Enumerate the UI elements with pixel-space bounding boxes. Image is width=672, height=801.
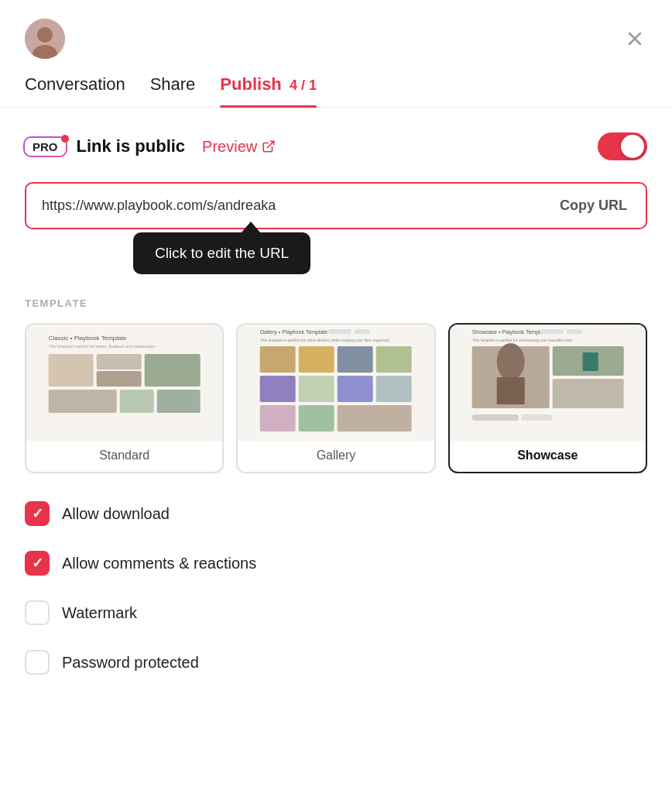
toggle[interactable]	[598, 132, 647, 160]
url-input[interactable]	[26, 184, 541, 228]
svg-rect-35	[566, 329, 581, 334]
svg-rect-28	[376, 376, 412, 402]
svg-line-5	[268, 141, 274, 147]
header	[0, 0, 672, 59]
svg-rect-15	[157, 390, 201, 413]
password-label: Password protected	[62, 654, 199, 672]
avatar	[25, 19, 65, 59]
close-button[interactable]	[622, 26, 647, 51]
template-standard[interactable]: Classic • Playbook Template This templat…	[25, 323, 224, 473]
svg-text:This template is perfect for c: This template is perfect for client deli…	[260, 338, 390, 342]
svg-rect-24	[376, 346, 412, 373]
template-standard-label: Standard	[26, 449, 222, 462]
checkbox-watermark: Watermark	[25, 600, 647, 625]
svg-rect-10	[97, 354, 142, 370]
tooltip-container: Click to edit the URL	[25, 232, 647, 276]
svg-rect-11	[97, 371, 142, 387]
link-public-left: PRO Link is public Preview	[25, 136, 276, 156]
svg-point-38	[496, 343, 524, 380]
svg-rect-43	[471, 414, 518, 421]
tooltip: Click to edit the URL	[133, 232, 310, 274]
tab-share[interactable]: Share	[150, 74, 196, 107]
content: PRO Link is public Preview	[0, 108, 672, 724]
svg-rect-42	[552, 379, 623, 408]
publish-badge: 4 / 1	[290, 77, 317, 93]
svg-text:This template is perfect for s: This template is perfect for showcasing …	[471, 338, 572, 342]
checkbox-allow-comments: ✓ Allow comments & reactions	[25, 551, 647, 576]
svg-text:Classic • Playbook Template: Classic • Playbook Template	[49, 335, 127, 342]
svg-rect-13	[49, 390, 117, 413]
svg-rect-27	[338, 376, 373, 402]
pro-badge: PRO	[25, 138, 66, 156]
pro-dot	[61, 135, 69, 143]
tooltip-arrow	[242, 222, 260, 232]
svg-rect-34	[540, 329, 563, 334]
svg-rect-21	[260, 346, 296, 373]
svg-rect-18	[328, 329, 351, 334]
template-section-label: TEMPLATE	[25, 297, 647, 309]
password-checkbox[interactable]	[25, 650, 50, 675]
template-gallery-label: Gallery	[238, 449, 434, 462]
watermark-label: Watermark	[62, 604, 137, 622]
svg-rect-12	[145, 354, 201, 387]
toggle-knob	[621, 135, 644, 158]
preview-link[interactable]: Preview	[202, 138, 276, 156]
svg-rect-29	[260, 405, 296, 431]
allow-comments-label: Allow comments & reactions	[62, 555, 256, 572]
checkbox-password: Password protected	[25, 650, 647, 675]
svg-rect-19	[355, 329, 370, 334]
modal: Conversation Share Publish 4 / 1 PRO Lin…	[0, 0, 672, 801]
watermark-checkbox[interactable]	[25, 600, 50, 625]
svg-rect-26	[299, 376, 334, 402]
template-showcase[interactable]: Showcase • Playbook Template This templa…	[448, 323, 647, 473]
svg-rect-14	[120, 390, 154, 413]
svg-text:Showcase • Playbook Template: Showcase • Playbook Template	[471, 329, 547, 335]
url-input-row: Copy URL	[25, 182, 647, 229]
svg-rect-30	[299, 405, 334, 431]
svg-text:This template is perfect for w: This template is perfect for writers, fe…	[49, 344, 156, 349]
svg-rect-22	[299, 346, 334, 373]
url-container: Copy URL	[25, 182, 647, 229]
svg-rect-31	[338, 405, 412, 431]
tabs: Conversation Share Publish 4 / 1	[0, 59, 672, 108]
template-gallery-preview: Gallery • Playbook Template This templat…	[238, 325, 434, 441]
allow-download-label: Allow download	[62, 505, 170, 523]
svg-rect-23	[338, 346, 373, 373]
link-public-row: PRO Link is public Preview	[25, 132, 647, 160]
template-showcase-preview: Showcase • Playbook Template This templa…	[450, 325, 646, 441]
link-public-text: Link is public	[77, 136, 186, 156]
tab-publish[interactable]: Publish 4 / 1	[220, 74, 317, 107]
template-showcase-label: Showcase	[450, 449, 646, 462]
svg-rect-25	[260, 376, 296, 402]
svg-rect-9	[49, 354, 94, 387]
checkbox-allow-download: ✓ Allow download	[25, 501, 647, 526]
templates-grid: Classic • Playbook Template This templat…	[25, 323, 647, 473]
template-gallery[interactable]: Gallery • Playbook Template This templat…	[236, 323, 435, 473]
svg-rect-41	[582, 352, 598, 371]
allow-download-checkbox[interactable]: ✓	[25, 501, 50, 526]
svg-text:Gallery • Playbook Template: Gallery • Playbook Template	[260, 329, 328, 335]
copy-url-button[interactable]: Copy URL	[541, 184, 646, 228]
svg-rect-44	[521, 414, 552, 421]
tab-conversation[interactable]: Conversation	[25, 74, 125, 107]
template-standard-preview: Classic • Playbook Template This templat…	[26, 325, 222, 441]
svg-rect-39	[496, 377, 524, 404]
svg-point-1	[37, 27, 53, 43]
allow-comments-checkbox[interactable]: ✓	[25, 551, 50, 576]
